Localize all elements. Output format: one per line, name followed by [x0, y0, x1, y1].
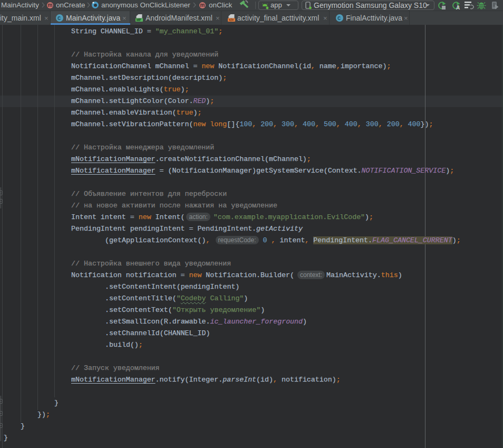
svg-text:MF: MF [137, 18, 141, 22]
svg-text:A: A [456, 5, 460, 10]
svg-text:</>: </> [229, 18, 234, 22]
svg-text:C: C [57, 15, 61, 22]
svg-text:C: C [337, 15, 341, 22]
